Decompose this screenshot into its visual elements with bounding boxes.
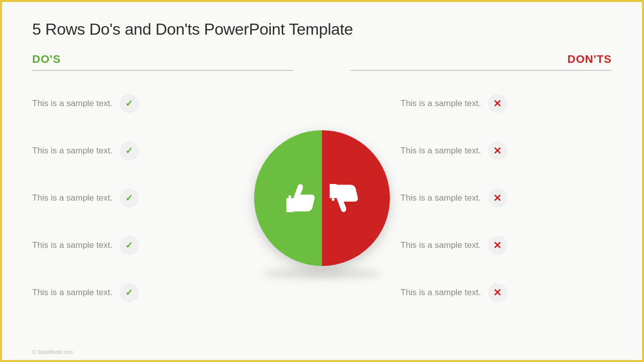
svg-point-0 — [288, 195, 291, 198]
list-item: ✕ This is a sample text. — [400, 94, 612, 113]
slide-title: 5 Rows Do's and Don'ts PowerPoint Templa… — [32, 20, 612, 39]
donts-text-2: This is a sample text. — [400, 146, 481, 156]
divider-right — [350, 70, 612, 71]
dos-label: DO'S — [32, 53, 61, 66]
dos-text-4: This is a sample text. — [32, 240, 113, 250]
columns-header: DO'S DON'TS — [32, 53, 612, 66]
check-icon-3: ✓ — [125, 193, 133, 204]
pie-chart — [254, 130, 390, 266]
donts-text-5: This is a sample text. — [400, 288, 481, 298]
dividers — [32, 70, 612, 71]
x-circle-4: ✕ — [488, 236, 507, 255]
x-icon-2: ✕ — [493, 145, 502, 157]
x-circle-1: ✕ — [488, 94, 507, 113]
check-circle-4: ✓ — [120, 236, 139, 255]
pie-left-green — [254, 130, 322, 266]
check-icon-1: ✓ — [125, 98, 133, 109]
pie-shadow — [262, 268, 382, 279]
donts-label: DON'TS — [568, 53, 612, 66]
list-item: This is a sample text. ✓ — [32, 94, 244, 113]
list-item: ✕ This is a sample text. — [400, 283, 612, 302]
donts-column: ✕ This is a sample text. ✕ This is a sam… — [400, 80, 612, 316]
check-circle-3: ✓ — [120, 189, 139, 208]
center-graphic — [247, 123, 397, 274]
x-circle-5: ✕ — [488, 283, 507, 302]
content-area: This is a sample text. ✓ This is a sampl… — [32, 80, 612, 316]
thumbs-down-icon — [326, 180, 361, 216]
dos-text-3: This is a sample text. — [32, 193, 113, 203]
pie-right-red — [322, 130, 390, 266]
donts-text-3: This is a sample text. — [400, 193, 481, 203]
check-icon-5: ✓ — [125, 287, 133, 298]
slide: 5 Rows Do's and Don'ts PowerPoint Templa… — [2, 2, 642, 360]
x-circle-3: ✕ — [488, 189, 507, 208]
list-item: This is a sample text. ✓ — [32, 283, 244, 302]
x-icon-1: ✕ — [493, 98, 502, 110]
list-item: ✕ This is a sample text. — [400, 236, 612, 255]
thumbs-up-icon — [283, 180, 318, 216]
dos-text-1: This is a sample text. — [32, 99, 113, 109]
divider-left — [32, 70, 294, 71]
check-circle-5: ✓ — [120, 283, 139, 302]
list-item: ✕ This is a sample text. — [400, 141, 612, 160]
dos-text-5: This is a sample text. — [32, 288, 113, 298]
check-icon-4: ✓ — [125, 240, 133, 251]
donts-text-4: This is a sample text. — [400, 240, 481, 250]
check-circle-2: ✓ — [120, 141, 139, 160]
svg-point-1 — [332, 198, 335, 201]
dos-column: This is a sample text. ✓ This is a sampl… — [32, 80, 244, 316]
dos-text-2: This is a sample text. — [32, 146, 113, 156]
x-icon-3: ✕ — [493, 192, 502, 204]
watermark: © SlideModel.com — [32, 349, 73, 355]
x-icon-4: ✕ — [493, 239, 502, 251]
x-circle-2: ✕ — [488, 141, 507, 160]
x-icon-5: ✕ — [493, 287, 502, 299]
list-item: This is a sample text. ✓ — [32, 189, 244, 208]
list-item: This is a sample text. ✓ — [32, 236, 244, 255]
donts-text-1: This is a sample text. — [400, 99, 481, 109]
check-circle-1: ✓ — [120, 94, 139, 113]
list-item: This is a sample text. ✓ — [32, 141, 244, 160]
check-icon-2: ✓ — [125, 145, 133, 156]
list-item: ✕ This is a sample text. — [400, 189, 612, 208]
